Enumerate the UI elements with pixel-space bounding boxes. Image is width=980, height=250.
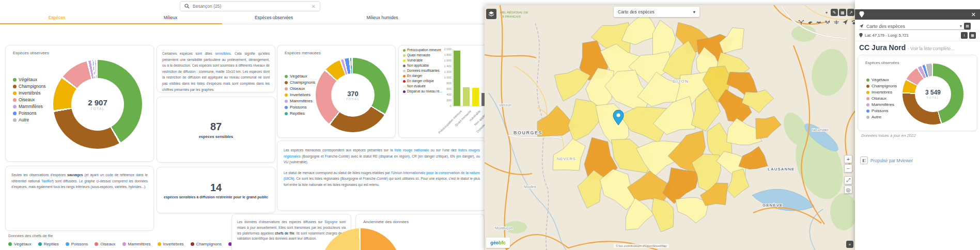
legend-item: Poissons: [66, 241, 88, 247]
donut-legend: VégétauxChampignonsInvertébrésOiseauxMam…: [866, 77, 897, 120]
legend-item: Oiseaux: [866, 96, 897, 102]
biodiversity-dashboard: Besançon (25) ✕ Espèces Milieux Espèces …: [0, 0, 980, 250]
taxref-link[interactable]: TaxRef: [41, 179, 53, 183]
legend-item: Oiseaux: [95, 241, 115, 247]
info-button[interactable]: i: [961, 32, 968, 39]
card-texte-sauvages: Seules les observations d'espèces sauvag…: [5, 166, 154, 231]
search-input[interactable]: Besançon (25): [193, 4, 308, 9]
tab-especes[interactable]: Espèces: [49, 15, 66, 20]
chevron-down-icon: ▾: [693, 9, 695, 14]
map-label: GENÈVE: [763, 203, 783, 208]
locate-button[interactable]: ◎: [844, 185, 852, 194]
legend-item: Champignons: [285, 80, 315, 86]
paw-icon[interactable]: [850, 19, 855, 25]
geo-logo[interactable]: géobfc: [486, 238, 510, 248]
dragonfly-icon[interactable]: [833, 19, 839, 25]
donut-total-label: TOTAL: [927, 96, 940, 99]
map-label: DIJON: [673, 79, 689, 84]
fullscreen-button[interactable]: ⤢: [844, 176, 852, 184]
y-tick: 1 600: [444, 59, 452, 62]
legend-item: Autre: [13, 117, 45, 123]
card-title: Espèces observées: [13, 51, 49, 55]
panel-layer-button[interactable]: ▤: [964, 23, 971, 29]
donut-chart-especes-observees[interactable]: 2 907 TOTAL: [53, 60, 142, 149]
paper-plane-icon[interactable]: [842, 19, 848, 25]
grid-button[interactable]: ▦: [839, 9, 846, 16]
legend-item: Poissons: [13, 110, 45, 117]
zoom-out-button[interactable]: −: [844, 164, 852, 173]
territory-search[interactable]: Besançon (25) ✕: [180, 1, 320, 11]
tab-milieux-humides[interactable]: Milieux humides: [367, 15, 398, 20]
sigogne-link[interactable]: Sigogne: [324, 220, 337, 224]
card-texte-menacees: Les espèces menacées correspondent aux e…: [277, 140, 487, 211]
collapse-button[interactable]: «: [846, 241, 853, 248]
legend-item: Végétaux: [8, 241, 32, 247]
donut-total-label: TOTAL: [90, 107, 105, 111]
y-tick: 2 000: [444, 48, 452, 51]
card-especes-sensibles-count: 87 espèces sensibles: [157, 97, 275, 163]
tools-chevron-icon[interactable]: ▾: [826, 10, 828, 15]
bar-Préoccupation mineure: [454, 51, 460, 106]
map[interactable]: BOURGESVierzonMoulinsMontluçonNEVERSDIJO…: [485, 5, 855, 250]
map-label: S FRANÇAIS: [502, 15, 521, 18]
y-tick: 800: [446, 82, 452, 85]
panel-card-especes-observees: Espèces observées VégétauxChampignonsInv…: [858, 55, 977, 131]
liste-rouge-nationale-link[interactable]: liste rouge nationale: [395, 148, 429, 152]
panel-coordinates-row: Lat: 47,179 - Long: 5,721 i ▦: [859, 32, 976, 39]
legend-item: Reptiles: [38, 241, 59, 247]
donut-total: 3 549: [925, 89, 941, 96]
y-tick: 200: [446, 99, 452, 102]
selected-territory: CC Jura Nord - Voir la liste complète...: [859, 43, 954, 52]
tab-milieux[interactable]: Milieux: [164, 15, 177, 20]
layers-button[interactable]: [486, 9, 496, 19]
donut-total: 2 907: [88, 98, 107, 107]
y-tick: 1 200: [444, 70, 452, 73]
map-label: NEL RÉGIONAL DE: [500, 11, 528, 14]
share-button[interactable]: ↗: [847, 9, 854, 16]
map-label: LAUSANNE: [768, 167, 795, 171]
draw-button[interactable]: ✎: [831, 9, 838, 16]
card-title: Espèces menacées: [285, 51, 321, 55]
zoom-in-button[interactable]: +: [844, 155, 852, 163]
legend-item: Végétaux: [866, 77, 897, 83]
card-diffusion-restreinte: 14 espèces sensibles à diffusion restrei…: [157, 167, 275, 213]
sensibles-link[interactable]: sensibles: [215, 52, 230, 55]
panel-layer-select[interactable]: Carte des espèces ▾ ▤: [859, 23, 971, 30]
taxon-filter-row: [798, 19, 855, 25]
tab-especes-observees[interactable]: Espèces observées: [255, 15, 293, 20]
close-icon[interactable]: ✕: [971, 11, 976, 18]
donut-total-label: TOTAL: [346, 98, 360, 101]
donut-chart-panel[interactable]: 3 549 TOTAL: [903, 64, 963, 124]
map-layer-selector[interactable]: Carte des espèces ▾: [614, 7, 699, 17]
restreint-count-label: espèces sensibles à diffusion restreinte…: [164, 195, 268, 199]
map-label: Moulins: [524, 185, 537, 189]
search-icon: [184, 4, 190, 9]
card-especes-menacees: Espèces menacées VégétauxChampignonsOise…: [277, 45, 396, 138]
legend-item: Mammifères: [285, 98, 315, 104]
donut-chart-especes-menacees[interactable]: 370 TOTAL: [316, 58, 390, 132]
layers-icon: [488, 11, 494, 17]
powered-by-link[interactable]: Propulsé par Mviewer: [870, 158, 913, 163]
map-label: Neuchâtel: [812, 128, 829, 132]
y-tick: 400: [446, 93, 452, 96]
map-label: BOURGES: [514, 130, 542, 135]
table-button[interactable]: ▦: [969, 32, 976, 39]
detail-panel: ✕ Carte des espèces ▾ ▤ Lat: 47,179 - Lo…: [855, 0, 980, 250]
active-tab-indicator: [0, 23, 222, 24]
pin-small-icon: [859, 33, 863, 38]
chevron-down-icon: ▾: [960, 24, 962, 28]
bird-icon[interactable]: [806, 19, 813, 25]
legend-item: Oiseaux: [13, 97, 45, 103]
bat-icon[interactable]: [815, 19, 822, 25]
chefs-de-file-title: Données des chefs de file: [8, 233, 53, 238]
powered-by: ◧ Propulsé par Mviewer: [860, 157, 913, 164]
card-texte-sensibles: Certaines espèces sont dites sensibles. …: [157, 45, 275, 92]
butterfly-icon[interactable]: [824, 19, 831, 25]
antler-icon[interactable]: [798, 19, 804, 25]
legend-item: Autre: [866, 114, 897, 120]
bar-Quasi menacée: [463, 87, 470, 106]
card-especes-observees: Espèces observées VégétauxChampignonsInv…: [5, 45, 154, 162]
see-full-list-link[interactable]: - Voir la liste complète...: [908, 46, 954, 51]
legend-item: Oiseaux: [285, 86, 315, 92]
clear-search-icon[interactable]: ✕: [312, 4, 316, 9]
